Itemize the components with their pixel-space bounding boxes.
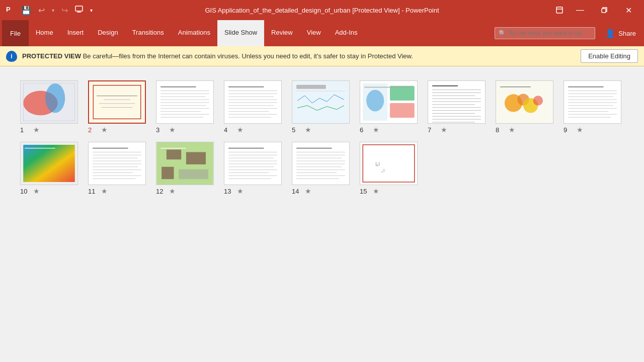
tab-slideshow[interactable]: Slide Show (217, 20, 264, 46)
slide-item[interactable]: 9★ (564, 80, 621, 134)
tab-animations[interactable]: Animations (171, 20, 217, 46)
tab-file[interactable]: File (2, 20, 29, 46)
slide-number: 7 (428, 126, 438, 134)
share-label[interactable]: Share (618, 30, 636, 37)
slide-star-icon[interactable]: ★ (169, 187, 176, 195)
slide-thumbnail (564, 80, 621, 124)
slide-star-icon[interactable]: ★ (101, 126, 108, 134)
protected-view-bar: i PROTECTED VIEW Be careful—files from t… (0, 46, 644, 66)
svg-rect-44 (296, 91, 345, 92)
svg-text:ال: ال (381, 168, 385, 173)
tell-me-input[interactable] (495, 27, 595, 39)
undo-button[interactable]: ↩ (36, 5, 47, 16)
svg-rect-102 (179, 169, 208, 179)
svg-rect-51 (428, 81, 485, 123)
tab-addins[interactable]: Add-Ins (328, 20, 365, 46)
save-button[interactable]: 💾 (19, 5, 33, 16)
slide-number: 4 (224, 126, 234, 134)
slide-number: 6 (360, 126, 370, 134)
slide-thumbnail (496, 80, 553, 124)
slide-thumbnail (88, 80, 146, 124)
app-icon: P (4, 4, 14, 17)
slide-thumbnail (20, 142, 78, 185)
slide-number: 1 (20, 126, 30, 134)
slide-number: 2 (88, 126, 98, 134)
slide-item[interactable]: 8★ (496, 80, 553, 134)
slide-star-icon[interactable]: ★ (577, 126, 583, 134)
redo-button[interactable]: ↪ (59, 5, 70, 16)
slide-thumbnail (224, 80, 282, 124)
slide-star-icon[interactable]: ★ (441, 126, 447, 134)
slide-item[interactable]: 3★ (156, 80, 214, 134)
svg-text:P: P (6, 6, 11, 13)
slide-item[interactable]: 2★ (88, 80, 146, 134)
ribbon: File Home Insert Design Transitions Anim… (0, 20, 644, 46)
customize-quick-access[interactable]: ▾ (88, 7, 95, 14)
slide-item[interactable]: 14★ (292, 142, 350, 195)
slide-item[interactable]: 1★ (20, 80, 78, 134)
slide-thumbnail (88, 142, 146, 185)
tab-design[interactable]: Design (91, 20, 125, 46)
slide-item[interactable]: 6★ (360, 80, 418, 134)
present-button[interactable] (73, 5, 85, 16)
undo-dropdown[interactable]: ▾ (50, 7, 56, 14)
slide-thumbnail (20, 80, 78, 124)
slide-star-icon[interactable]: ★ (373, 187, 379, 195)
slide-number: 8 (496, 126, 506, 134)
slide-item[interactable]: 10★ (20, 142, 78, 195)
slide-star-icon[interactable]: ★ (509, 126, 515, 134)
slide-thumbnail: ابا ال (360, 142, 418, 185)
slide-star-icon[interactable]: ★ (33, 187, 40, 195)
tab-home[interactable]: Home (29, 20, 60, 46)
enable-editing-button[interactable]: Enable Editing (581, 49, 638, 63)
slide-star-icon[interactable]: ★ (169, 126, 176, 134)
slide-item[interactable]: 12★ (156, 142, 214, 195)
svg-rect-100 (186, 152, 206, 164)
slide-number: 11 (88, 188, 98, 195)
restore-button[interactable] (593, 2, 616, 18)
svg-rect-101 (162, 167, 174, 179)
window-title: GIS Application_of_the_detailed_design_o… (205, 7, 439, 14)
tab-view[interactable]: View (300, 20, 328, 46)
slide-item[interactable]: 11★ (88, 142, 146, 195)
slide-item[interactable]: 4★ (224, 80, 282, 134)
slide-number: 5 (292, 126, 302, 134)
slide-item[interactable]: 7★ (428, 80, 486, 134)
slide-star-icon[interactable]: ★ (237, 187, 244, 195)
protected-message: Be careful—files from the Internet can c… (81, 52, 413, 60)
svg-point-69 (533, 96, 543, 106)
svg-rect-99 (167, 150, 181, 160)
slide-thumbnail (156, 142, 214, 185)
protected-icon-btn[interactable] (551, 2, 568, 18)
svg-rect-12 (90, 81, 145, 123)
slide-star-icon[interactable]: ★ (33, 126, 40, 134)
slide-item[interactable]: 13★ (224, 142, 282, 195)
slide-item[interactable]: 5★ (292, 80, 350, 134)
close-button[interactable]: ✕ (617, 2, 640, 18)
svg-text:ابا: ابا (375, 161, 380, 167)
slide-number: 9 (564, 126, 574, 134)
user-icon: 👤 (605, 29, 615, 38)
slide-star-icon[interactable]: ★ (101, 187, 108, 195)
minimize-button[interactable]: — (569, 2, 592, 18)
tab-transitions[interactable]: Transitions (125, 20, 171, 46)
svg-rect-128 (360, 142, 417, 185)
svg-rect-84 (23, 145, 75, 182)
slide-number: 3 (156, 126, 166, 134)
slide-star-icon[interactable]: ★ (373, 126, 379, 134)
tab-review[interactable]: Review (264, 20, 300, 46)
slide-grid: 1★ 2★ 3★ (15, 76, 629, 199)
svg-rect-2 (75, 6, 83, 11)
svg-rect-50 (364, 87, 411, 87)
slide-star-icon[interactable]: ★ (305, 187, 311, 195)
svg-rect-7 (602, 9, 606, 13)
svg-rect-47 (390, 86, 415, 101)
slide-number: 13 (224, 188, 234, 195)
slide-item[interactable]: ابا ال 15★ (360, 142, 418, 195)
slide-number: 12 (156, 188, 166, 195)
slide-star-icon[interactable]: ★ (237, 126, 244, 134)
tab-insert[interactable]: Insert (60, 20, 91, 46)
protected-view-text: PROTECTED VIEW Be careful—files from the… (22, 52, 576, 60)
slide-thumbnail (292, 80, 350, 124)
slide-star-icon[interactable]: ★ (305, 126, 311, 134)
